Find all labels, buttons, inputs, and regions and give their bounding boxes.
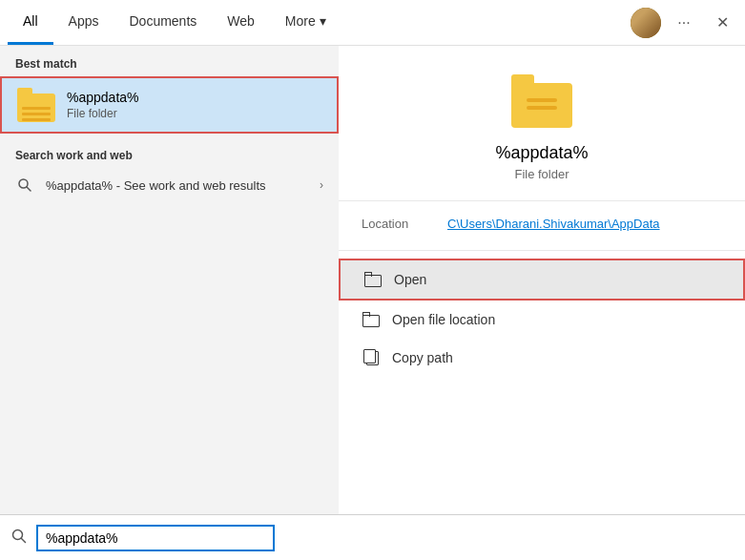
folder-icon-xl	[511, 74, 572, 128]
open-file-location-icon	[362, 310, 381, 329]
tab-documents[interactable]: Documents	[114, 0, 212, 45]
right-item-type: File folder	[514, 167, 569, 181]
chevron-right-icon: ›	[320, 178, 323, 192]
copy-path-icon	[362, 348, 381, 367]
action-copy-path[interactable]: Copy path	[339, 339, 745, 377]
action-open[interactable]: Open	[339, 259, 745, 301]
close-icon: ✕	[716, 13, 729, 31]
tab-all[interactable]: All	[8, 0, 53, 45]
search-web-label: Search work and web	[0, 137, 339, 168]
actions-section: Open Open file location	[339, 251, 745, 384]
location-row: Location C\Users\Dharani.Shivakumar\AppD…	[362, 217, 722, 231]
right-top: %appdata% File folder	[339, 46, 745, 201]
avatar-image	[631, 8, 661, 38]
right-item-name: %appdata%	[495, 143, 588, 163]
best-match-info: %appdata% File folder	[67, 90, 139, 120]
best-match-item[interactable]: %appdata% File folder	[0, 76, 339, 134]
search-input-wrapper[interactable]	[36, 525, 275, 551]
action-copy-path-label: Copy path	[392, 350, 453, 365]
action-open-file-location[interactable]: Open file location	[339, 301, 745, 339]
location-label: Location	[362, 217, 447, 231]
search-web-query: %appdata%	[46, 178, 113, 193]
open-icon	[363, 270, 383, 289]
search-bar	[0, 514, 745, 560]
folder-icon	[17, 88, 55, 122]
tab-all-label: All	[23, 13, 38, 29]
svg-line-3	[22, 538, 26, 542]
tab-apps-label: Apps	[69, 13, 99, 29]
tab-more-label: More	[285, 13, 316, 29]
search-bar-icon	[11, 529, 27, 548]
best-match-name: %appdata%	[67, 90, 139, 105]
search-input[interactable]	[46, 530, 256, 546]
tab-web-label: Web	[227, 13, 255, 29]
tab-more[interactable]: More ▾	[270, 0, 341, 45]
search-web-item[interactable]: %appdata% - See work and web results ›	[0, 168, 339, 202]
header-actions: ··· ✕	[631, 0, 737, 45]
ellipsis-button[interactable]: ···	[669, 8, 699, 38]
avatar[interactable]	[631, 8, 661, 38]
tab-documents-label: Documents	[129, 13, 197, 29]
chevron-down-icon: ▾	[320, 13, 326, 29]
action-open-label: Open	[394, 272, 426, 287]
location-value[interactable]: C\Users\Dharani.Shivakumar\AppData	[447, 217, 660, 231]
svg-line-1	[27, 187, 31, 191]
search-web-text: %appdata% - See work and web results	[46, 178, 320, 193]
tab-web[interactable]: Web	[212, 0, 270, 45]
details-section: Location C\Users\Dharani.Shivakumar\AppD…	[339, 201, 745, 251]
close-button[interactable]: ✕	[707, 8, 737, 38]
action-open-file-label: Open file location	[392, 312, 495, 327]
left-panel: Best match %appdata% File folder Search …	[0, 46, 339, 514]
search-small-icon	[15, 176, 34, 195]
best-match-type: File folder	[67, 107, 139, 120]
tab-bar: All Apps Documents Web More ▾ ··· ✕	[0, 0, 745, 46]
tab-apps[interactable]: Apps	[53, 0, 114, 45]
ellipsis-icon: ···	[677, 14, 690, 31]
best-match-label: Best match	[0, 46, 339, 76]
search-web-suffix: - See work and web results	[113, 178, 265, 193]
right-panel: %appdata% File folder Location C\Users\D…	[339, 46, 745, 514]
main-content: Best match %appdata% File folder Search …	[0, 46, 745, 514]
